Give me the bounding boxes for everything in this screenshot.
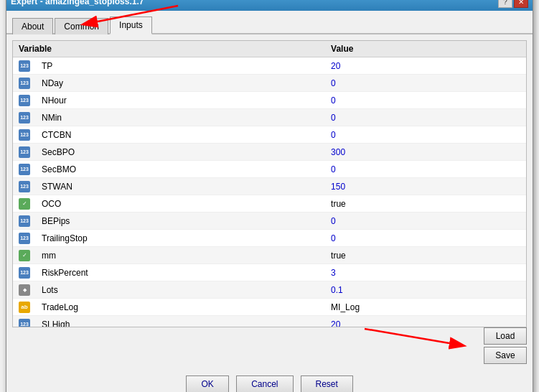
- variable-value: 150: [325, 178, 526, 195]
- table-row[interactable]: 123BEPips0: [13, 213, 526, 230]
- cancel-button[interactable]: Cancel: [236, 375, 293, 392]
- variable-name: NDay: [36, 75, 325, 92]
- parameters-table: Variable Value 123TP20123NDay0123NHour01…: [13, 41, 526, 327]
- variable-value: 0: [325, 213, 526, 230]
- variable-value: 0: [325, 126, 526, 144]
- table-row[interactable]: abTradeLogMI_Log: [13, 299, 526, 316]
- variable-name: BEPips: [36, 213, 325, 230]
- table-row[interactable]: 123TP20: [13, 57, 526, 75]
- variable-name: mm: [36, 247, 325, 264]
- tab-about[interactable]: About: [12, 18, 53, 34]
- variable-name: Lots: [36, 281, 325, 299]
- bottom-buttons: OK Cancel Reset: [6, 370, 533, 392]
- variable-value: 300: [325, 144, 526, 161]
- parameters-table-container: Variable Value 123TP20123NDay0123NHour01…: [12, 40, 527, 327]
- title-bar: Expert - amazingea_stoploss.1.7 ? ✕: [6, 0, 533, 11]
- variable-name: NHour: [36, 92, 325, 109]
- numeric-icon: 123: [19, 95, 30, 106]
- table-row[interactable]: ✓OCOtrue: [13, 195, 526, 213]
- load-save-container: Load Save: [12, 327, 527, 364]
- table-row[interactable]: 123STWAN150: [13, 178, 526, 195]
- variable-value: true: [325, 195, 526, 213]
- table-row[interactable]: 123SecBMO0: [13, 161, 526, 178]
- tab-content: Variable Value 123TP20123NDay0123NHour01…: [6, 34, 533, 370]
- lots-icon: ◆: [19, 284, 30, 296]
- numeric-icon: 123: [19, 78, 30, 89]
- numeric-icon: 123: [19, 233, 30, 244]
- help-button[interactable]: ?: [498, 0, 512, 8]
- table-row[interactable]: 123NHour0: [13, 92, 526, 109]
- variable-name: TP: [36, 57, 325, 75]
- window-controls: ? ✕: [498, 0, 528, 8]
- window-title: Expert - amazingea_stoploss.1.7: [11, 0, 144, 6]
- variable-name: SecBMO: [36, 161, 325, 178]
- variable-name: RiskPercent: [36, 264, 325, 281]
- variable-name: SLHigh: [36, 316, 325, 328]
- table-row[interactable]: 123CTCBN0: [13, 126, 526, 144]
- numeric-icon: 123: [19, 267, 30, 279]
- variable-value: 0.1: [325, 281, 526, 299]
- numeric-icon: 123: [19, 181, 30, 192]
- variable-value: MI_Log: [325, 299, 526, 316]
- col-value: Value: [325, 41, 526, 57]
- variable-value: 3: [325, 264, 526, 281]
- variable-name: STWAN: [36, 178, 325, 195]
- numeric-icon: 123: [19, 146, 30, 158]
- col-variable: Variable: [13, 41, 325, 57]
- save-button[interactable]: Save: [484, 347, 527, 364]
- numeric-icon: 123: [19, 129, 30, 141]
- tabs-container: About Common Inputs: [6, 11, 533, 34]
- table-row[interactable]: ✓mmtrue: [13, 247, 526, 264]
- variable-value: 0: [325, 109, 526, 126]
- variable-name: SecBPO: [36, 144, 325, 161]
- string-icon: ab: [19, 302, 30, 313]
- table-row[interactable]: 123SecBPO300: [13, 144, 526, 161]
- bool-icon: ✓: [19, 198, 30, 210]
- tab-inputs[interactable]: Inputs: [110, 17, 152, 34]
- numeric-icon: 123: [19, 319, 30, 327]
- main-window: Expert - amazingea_stoploss.1.7 ? ✕ Abou…: [6, 0, 533, 392]
- variable-value: 0: [325, 161, 526, 178]
- reset-button[interactable]: Reset: [301, 375, 353, 392]
- variable-value: 20: [325, 57, 526, 75]
- table-row[interactable]: ◆Lots0.1: [13, 281, 526, 299]
- tab-common[interactable]: Common: [55, 18, 108, 34]
- variable-name: TrailingStop: [36, 230, 325, 247]
- table-row[interactable]: 123NDay0: [13, 75, 526, 92]
- variable-value: 0: [325, 75, 526, 92]
- table-row[interactable]: 123NMin0: [13, 109, 526, 126]
- numeric-icon: 123: [19, 215, 30, 227]
- variable-name: NMin: [36, 109, 325, 126]
- table-row[interactable]: 123SLHigh20: [13, 316, 526, 328]
- numeric-icon: 123: [19, 112, 30, 123]
- bool-icon: ✓: [19, 250, 30, 261]
- numeric-icon: 123: [19, 164, 30, 175]
- variable-name: CTCBN: [36, 126, 325, 144]
- variable-value: 0: [325, 230, 526, 247]
- variable-value: 0: [325, 92, 526, 109]
- variable-value: true: [325, 247, 526, 264]
- variable-value: 20: [325, 316, 526, 328]
- variable-name: OCO: [36, 195, 325, 213]
- table-row[interactable]: 123TrailingStop0: [13, 230, 526, 247]
- table-row[interactable]: 123RiskPercent3: [13, 264, 526, 281]
- load-button[interactable]: Load: [484, 327, 527, 345]
- close-button[interactable]: ✕: [514, 0, 528, 8]
- variable-name: TradeLog: [36, 299, 325, 316]
- numeric-icon: 123: [19, 60, 30, 72]
- ok-button[interactable]: OK: [186, 375, 229, 392]
